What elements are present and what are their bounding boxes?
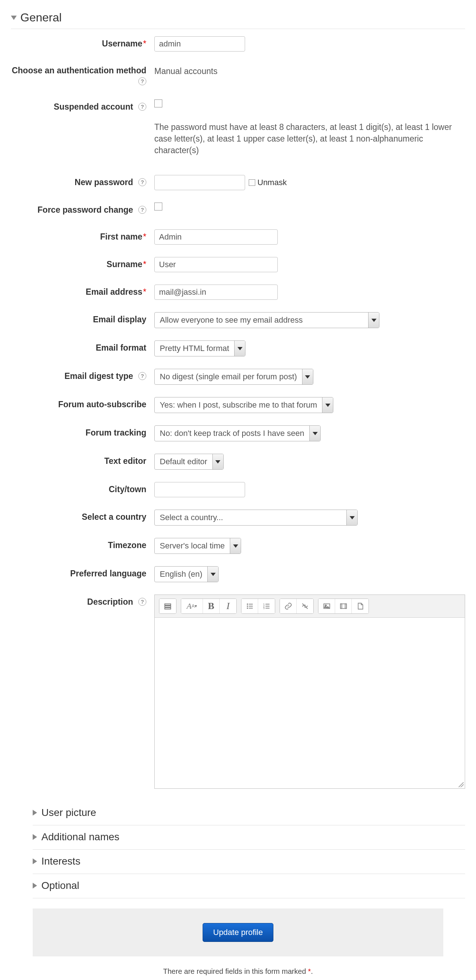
email-input[interactable]: [154, 285, 278, 300]
svg-point-3: [247, 604, 248, 605]
country-select[interactable]: Select a country...: [154, 510, 358, 525]
submit-bar: Update profile: [33, 908, 443, 956]
timezone-value: Server's local time: [160, 539, 225, 553]
new-password-input[interactable]: [154, 175, 245, 190]
chevron-down-icon: [346, 510, 357, 525]
svg-text:3: 3: [263, 607, 265, 610]
help-icon[interactable]: ?: [139, 77, 146, 85]
svg-rect-20: [345, 604, 346, 609]
description-editor[interactable]: AА▾ B I 123: [154, 595, 465, 789]
section-interests-title: Interests: [41, 856, 80, 867]
email-display-select[interactable]: Allow everyone to see my email address: [154, 312, 379, 328]
editor-body[interactable]: [155, 618, 465, 788]
force-pw-checkbox[interactable]: [154, 202, 162, 210]
help-icon[interactable]: ?: [139, 598, 146, 606]
email-display-value: Allow everyone to see my email address: [160, 313, 363, 328]
country-value: Select a country...: [160, 510, 341, 525]
section-general-title: General: [20, 11, 62, 24]
svg-rect-12: [266, 606, 269, 606]
forum-tracking-select[interactable]: No: don't keep track of posts I have see…: [154, 425, 321, 441]
label-text-editor: Text editor: [11, 454, 154, 468]
label-description: Description ?: [11, 595, 154, 609]
label-city: City/town: [11, 482, 154, 496]
update-profile-button[interactable]: Update profile: [202, 923, 274, 942]
forum-autosub-value: Yes: when I post, subscribe me to that f…: [160, 398, 317, 412]
password-hint: The password must have at least 8 charac…: [154, 121, 465, 156]
unmask-label: Unmask: [258, 175, 287, 190]
email-digest-select[interactable]: No digest (single email per forum post): [154, 369, 314, 385]
text-editor-select[interactable]: Default editor: [154, 454, 224, 470]
section-optional[interactable]: Optional: [33, 874, 465, 898]
email-format-select[interactable]: Pretty HTML format: [154, 340, 245, 356]
italic-icon[interactable]: I: [220, 599, 236, 613]
label-surname: Surname*: [11, 257, 154, 272]
language-select[interactable]: English (en): [154, 566, 218, 582]
chevron-down-icon: [309, 426, 320, 441]
label-forum-autosub: Forum auto-subscribe: [11, 397, 154, 412]
svg-rect-2: [165, 608, 171, 609]
svg-rect-10: [266, 604, 269, 605]
font-style-icon[interactable]: AА▾: [181, 599, 203, 613]
language-value: English (en): [160, 567, 202, 581]
label-firstname: First name*: [11, 229, 154, 244]
svg-rect-1: [165, 606, 171, 607]
numbered-list-icon[interactable]: 123: [258, 599, 275, 613]
label-auth-method: Choose an authentication method ?: [11, 64, 154, 87]
city-input[interactable]: [154, 482, 245, 497]
firstname-input[interactable]: [154, 229, 278, 245]
label-new-password: New password ?: [11, 175, 154, 189]
section-additional-names[interactable]: Additional names: [33, 826, 465, 850]
forum-autosub-select[interactable]: Yes: when I post, subscribe me to that f…: [154, 397, 333, 413]
section-user-picture-title: User picture: [41, 807, 96, 818]
label-country: Select a country: [11, 510, 154, 524]
label-force-pw: Force password change ?: [11, 202, 154, 217]
surname-input[interactable]: [154, 257, 278, 272]
label-email-display: Email display: [11, 312, 154, 327]
label-suspended: Suspended account ?: [11, 99, 154, 114]
help-icon[interactable]: ?: [139, 206, 146, 214]
svg-rect-0: [165, 604, 171, 605]
svg-rect-14: [266, 608, 269, 609]
file-icon[interactable]: [352, 599, 369, 613]
section-interests[interactable]: Interests: [33, 850, 465, 874]
suspended-checkbox[interactable]: [154, 99, 162, 107]
toolbar-expand-icon[interactable]: [159, 599, 176, 613]
text-editor-value: Default editor: [160, 455, 207, 469]
label-forum-tracking: Forum tracking: [11, 425, 154, 440]
unmask-checkbox[interactable]: [249, 179, 255, 186]
section-optional-title: Optional: [41, 880, 79, 891]
media-icon[interactable]: [335, 599, 352, 613]
chevron-down-icon: [302, 369, 313, 384]
svg-point-5: [247, 606, 248, 607]
help-icon[interactable]: ?: [139, 103, 146, 111]
section-user-picture[interactable]: User picture: [33, 801, 465, 826]
caret-right-icon: [33, 834, 37, 840]
help-icon[interactable]: ?: [139, 372, 146, 380]
label-email: Email address*: [11, 285, 154, 299]
svg-rect-8: [249, 608, 253, 609]
caret-right-icon: [33, 810, 37, 816]
username-input[interactable]: [154, 36, 245, 51]
chevron-down-icon: [207, 566, 218, 582]
chevron-down-icon: [212, 454, 223, 469]
image-icon[interactable]: [318, 599, 335, 613]
forum-tracking-value: No: don't keep track of posts I have see…: [160, 426, 304, 441]
unlink-icon[interactable]: [297, 599, 314, 613]
timezone-select[interactable]: Server's local time: [154, 538, 241, 554]
svg-rect-18: [340, 604, 346, 609]
svg-rect-4: [249, 604, 253, 605]
section-additional-names-title: Additional names: [41, 831, 119, 843]
label-timezone: Timezone: [11, 538, 154, 552]
label-username: Username*: [11, 36, 154, 51]
section-general[interactable]: General: [11, 7, 465, 29]
chevron-down-icon: [368, 312, 379, 328]
auth-method-value: Manual accounts: [154, 64, 218, 78]
caret-down-icon: [11, 16, 17, 20]
chevron-down-icon: [322, 398, 333, 413]
bullet-list-icon[interactable]: [242, 599, 258, 613]
bold-icon[interactable]: B: [203, 599, 220, 613]
help-icon[interactable]: ?: [139, 178, 146, 186]
chevron-down-icon: [230, 538, 241, 554]
label-email-format: Email format: [11, 340, 154, 355]
link-icon[interactable]: [280, 599, 297, 613]
